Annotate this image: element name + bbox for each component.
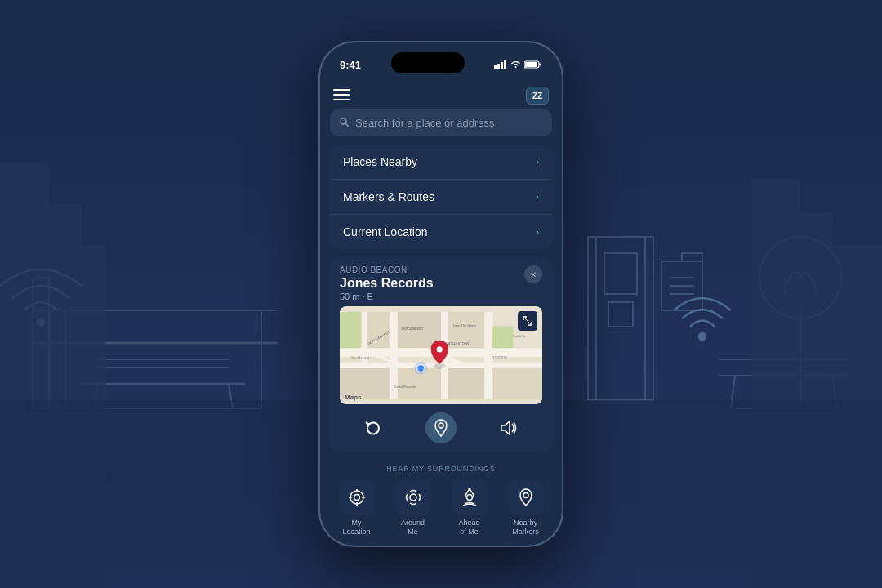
app-header: ZZ [320,80,562,109]
svg-point-93 [523,493,528,498]
location-pin-button[interactable] [425,412,457,443]
svg-rect-37 [825,245,882,588]
svg-rect-20 [662,261,702,310]
svg-text:Jones Records: Jones Records [394,385,415,389]
svg-text:One if by Land...: One if by Land... [350,356,372,359]
beacon-meta: 50 m · E [340,292,434,301]
svg-point-90 [410,494,416,501]
map-svg: W FOURTH ST WASHINGTON W FOURTH The Span… [340,306,542,404]
svg-text:The Spaniard: The Spaniard [401,327,423,331]
svg-rect-47 [333,94,350,96]
svg-point-14 [38,319,44,326]
dynamic-island [391,52,465,74]
menu-item-places-nearby[interactable]: Places Nearby › [330,145,552,180]
ahead-of-me-icon [452,479,488,515]
battery-icon [524,60,542,69]
svg-text:WASHINGTON: WASHINGTON [444,342,469,346]
my-location-button[interactable]: MyLocation [330,479,383,537]
nearby-markers-button[interactable]: NearbyMarkers [499,479,552,537]
beacon-category: Audio Beacon [340,265,434,274]
map-view[interactable]: W FOURTH ST WASHINGTON W FOURTH The Span… [340,306,542,404]
chevron-icon: › [536,156,539,167]
svg-line-50 [346,123,349,126]
svg-rect-67 [492,327,514,349]
ahead-icon [461,488,479,506]
volume-button[interactable] [494,413,523,443]
pin-icon [519,488,533,506]
map-expand-button[interactable] [518,311,537,331]
svg-marker-83 [501,421,510,434]
svg-rect-45 [540,64,541,66]
svg-point-49 [341,118,346,124]
sleep-button[interactable]: ZZ [526,87,549,105]
svg-rect-32 [0,163,49,588]
surroundings-label: HEAR MY SURROUNDINGS [330,465,552,473]
crosshair-icon [348,488,366,506]
svg-point-78 [437,346,443,352]
beacon-controls [330,404,552,452]
nearby-markers-label: NearbyMarkers [512,519,539,537]
svg-line-7 [94,384,98,408]
around-me-button[interactable]: AroundMe [386,479,439,537]
svg-rect-16 [604,253,637,294]
svg-point-80 [414,362,427,375]
status-icons [494,60,542,69]
menu-item-markers-routes[interactable]: Markers & Routes › [330,180,552,215]
svg-text:Nail & Sp...: Nail & Sp... [514,335,528,338]
svg-point-25 [760,237,841,318]
svg-rect-17 [608,302,633,327]
chevron-icon: › [536,226,539,238]
beacon-header: Audio Beacon Jones Records 50 m · E ✕ [330,257,552,306]
svg-point-84 [350,491,363,504]
svg-rect-11 [33,278,49,408]
search-placeholder: Search for a place or address [355,117,495,129]
map-brand-label: Maps [345,394,361,401]
nearby-markers-icon [508,479,544,515]
replay-button[interactable] [359,413,388,443]
signal-icon [494,60,507,69]
svg-point-82 [439,423,443,428]
svg-rect-65 [448,368,484,399]
volume-icon [500,421,518,435]
svg-rect-48 [333,99,350,100]
svg-rect-39 [494,65,497,69]
expand-icon [523,316,532,326]
status-bar: 9:41 [320,42,562,80]
svg-rect-44 [525,62,537,67]
svg-line-8 [229,384,233,408]
search-icon [340,118,349,129]
svg-rect-15 [588,237,653,400]
beacon-close-button[interactable]: ✕ [524,265,542,283]
my-location-label: MyLocation [342,519,370,537]
surroundings-section: HEAR MY SURROUNDINGS [320,460,562,540]
menu-item-current-location[interactable]: Current Location › [330,215,552,249]
svg-line-29 [833,376,837,408]
svg-rect-40 [497,64,500,69]
svg-rect-34 [74,245,106,588]
svg-rect-46 [333,89,350,91]
svg-rect-66 [492,368,542,399]
svg-line-28 [731,376,735,408]
svg-text:W FOURTH: W FOURTH [492,356,507,359]
around-icon [404,488,422,506]
hamburger-icon [333,89,350,100]
svg-line-81 [523,317,532,325]
chevron-icon: › [536,191,539,203]
svg-point-91 [466,495,472,501]
beacon-info: Audio Beacon Jones Records 50 m · E [340,265,434,301]
phone-device: 9:41 [318,41,564,547]
around-me-label: AroundMe [401,519,425,537]
search-bar[interactable]: Search for a place or address [330,109,552,136]
svg-rect-33 [41,204,82,588]
ahead-of-me-label: Aheadof Me [458,519,479,537]
svg-rect-36 [792,212,833,588]
my-location-icon [339,479,375,515]
wifi-icon [510,60,521,69]
menu-section: Places Nearby › Markers & Routes › Curre… [330,145,552,249]
svg-rect-35 [751,180,800,588]
location-icon [434,419,448,437]
hamburger-menu-button[interactable] [333,87,350,105]
beacon-card: Audio Beacon Jones Records 50 m · E ✕ [330,257,552,452]
replay-icon [364,419,382,437]
ahead-of-me-button[interactable]: Aheadof Me [443,479,496,537]
